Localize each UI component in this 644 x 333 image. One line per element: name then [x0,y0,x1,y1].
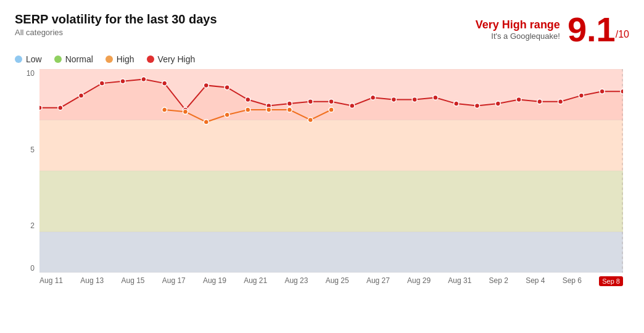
score-denom: /10 [616,29,629,39]
x-label-13: Sep 6 [563,276,582,285]
score-desc: It's a Googlequake! [476,31,560,41]
score-range: Very High range [476,18,560,31]
x-label-0: Aug 11 [39,276,63,285]
score-section: Very High range It's a Googlequake! 9.1/… [476,12,629,47]
legend-item-normal: Normal [54,54,93,64]
legend-dot-high [105,56,113,63]
main-container: SERP volatility for the last 30 days All… [0,0,644,333]
x-label-11: Sep 2 [489,276,508,285]
legend: Low Normal High Very High [15,54,629,64]
x-label-6: Aug 23 [284,276,308,285]
legend-dot-normal [54,56,62,63]
y-label-0: 0 [30,264,35,273]
chart-wrapper: 10 5 2 0 Aug 11 Aug 13 Aug 15 Aug 17 Aug… [15,69,629,297]
legend-label-very-high: Very High [158,54,196,64]
x-label-9: Aug 29 [407,276,431,285]
x-label-1: Aug 13 [80,276,104,285]
x-label-14: Sep 8 [599,276,623,286]
x-label-10: Aug 31 [448,276,471,285]
legend-dot-very-high [147,56,154,63]
x-label-5: Aug 21 [244,276,267,285]
score-display: 9.1/10 [568,12,629,47]
legend-item-very-high: Very High [147,54,196,64]
y-axis: 10 5 2 0 [15,69,39,273]
legend-item-high: High [105,54,134,64]
legend-item-low: Low [15,54,42,64]
x-axis: Aug 11 Aug 13 Aug 15 Aug 17 Aug 19 Aug 2… [39,273,623,297]
chart-canvas [39,69,623,273]
x-label-3: Aug 17 [162,276,186,285]
x-label-7: Aug 25 [326,276,349,285]
y-label-5: 5 [30,146,35,154]
x-label-8: Aug 27 [366,276,390,285]
legend-label-normal: Normal [65,54,93,64]
x-label-4: Aug 19 [203,276,226,285]
score-number: 9.1 [568,10,616,49]
main-title: SERP volatility for the last 30 days [15,12,217,27]
y-label-10: 10 [27,69,35,78]
subtitle: All categories [15,28,217,37]
legend-label-low: Low [26,54,42,64]
x-label-2: Aug 15 [121,276,144,285]
title-section: SERP volatility for the last 30 days All… [15,12,217,37]
legend-label-high: High [117,54,134,64]
score-label: Very High range It's a Googlequake! [476,18,560,41]
legend-dot-low [15,56,22,63]
y-label-2: 2 [30,221,35,230]
header: SERP volatility for the last 30 days All… [15,12,629,47]
x-label-12: Sep 4 [526,276,545,285]
